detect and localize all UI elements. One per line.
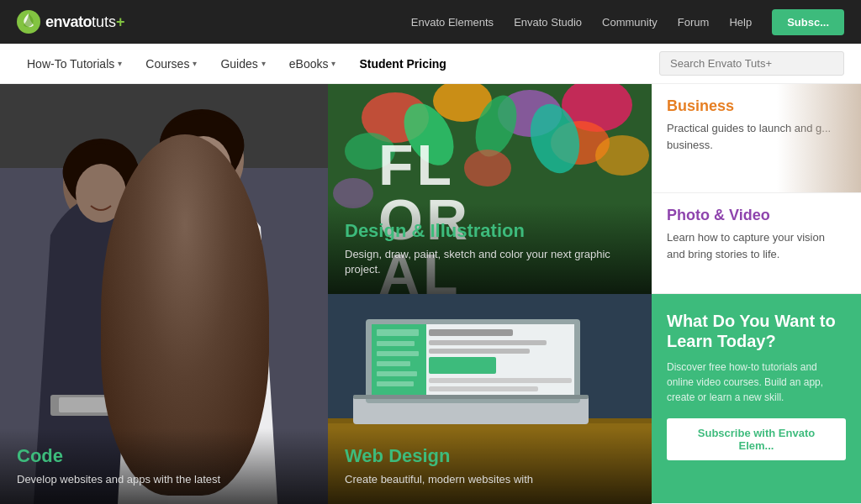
nav-ebooks[interactable]: eBooks ▾ (279, 44, 346, 83)
svg-rect-12 (59, 397, 244, 412)
svg-rect-42 (377, 329, 419, 336)
top-navigation: Envato Elements Envato Studio Community … (411, 9, 844, 35)
svg-rect-43 (377, 341, 415, 346)
code-section[interactable]: Code Develop websites and apps with the … (0, 84, 328, 504)
svg-rect-45 (377, 361, 410, 366)
svg-rect-46 (377, 371, 417, 376)
webdesign-overlay: Web Design Create beautiful, modern webs… (328, 428, 652, 504)
nav-howto-tutorials[interactable]: How-To Tutorials ▾ (17, 44, 132, 83)
svg-point-26 (464, 150, 511, 186)
svg-rect-37 (429, 340, 547, 345)
nav-forum[interactable]: Forum (678, 16, 710, 29)
design-title: Design & Illustration (345, 220, 635, 242)
webdesign-description: Create beautiful, modern websites with (345, 472, 635, 487)
nav-guides[interactable]: Guides ▾ (210, 44, 275, 83)
logo-tuts-text: tuts (92, 13, 116, 31)
design-section[interactable]: FL OR AL Design & Illustration Design, d… (328, 84, 652, 294)
svg-rect-41 (429, 386, 538, 391)
webdesign-title: Web Design (345, 445, 635, 467)
cta-section: What Do You Want to Learn Today? Discove… (652, 294, 861, 504)
svg-rect-48 (353, 395, 589, 399)
nav-help[interactable]: Help (729, 16, 752, 29)
svg-point-9 (176, 136, 231, 200)
search-input[interactable] (670, 57, 833, 70)
svg-rect-36 (429, 329, 513, 336)
photo-title: Photo & Video (667, 207, 846, 224)
nav-envato-elements[interactable]: Envato Elements (411, 16, 494, 29)
design-description: Design, draw, paint, sketch and color yo… (345, 247, 635, 277)
logo[interactable]: envatotuts+ (17, 10, 125, 34)
code-description: Develop websites and apps with the lates… (17, 472, 311, 487)
top-header: envatotuts+ Envato Elements Envato Studi… (0, 0, 861, 44)
code-overlay: Code Develop websites and apps with the … (0, 428, 328, 504)
svg-point-27 (595, 135, 649, 176)
nav-community[interactable]: Community (602, 16, 658, 29)
svg-rect-40 (429, 378, 572, 383)
svg-point-8 (76, 164, 126, 223)
ebooks-dropdown-icon: ▾ (331, 59, 335, 68)
logo-plus-text: + (116, 13, 125, 31)
content-grid: Code Develop websites and apps with the … (0, 84, 861, 504)
nav-envato-studio[interactable]: Envato Studio (514, 16, 582, 29)
svg-rect-3 (151, 185, 219, 311)
cta-subscribe-button[interactable]: Subscribe with Envato Elem... (667, 418, 846, 460)
cta-description: Discover free how-to tutorials and onlin… (667, 360, 846, 405)
nav-student-pricing[interactable]: Student Pricing (349, 44, 456, 83)
design-overlay: Design & Illustration Design, draw, pain… (328, 203, 652, 294)
right-sidebar: Business Practical guides to launch and … (652, 84, 861, 504)
secondary-navigation: How-To Tutorials ▾ Courses ▾ Guides ▾ eB… (0, 44, 861, 84)
svg-rect-47 (377, 381, 414, 386)
cta-title: What Do You Want to Learn Today? (667, 311, 846, 351)
nav-courses[interactable]: Courses ▾ (135, 44, 207, 83)
webdesign-section[interactable]: Web Design Create beautiful, modern webs… (328, 294, 652, 504)
svg-rect-39 (429, 357, 496, 374)
business-section[interactable]: Business Practical guides to launch and … (652, 84, 861, 193)
svg-rect-44 (377, 351, 419, 356)
business-background (777, 84, 861, 192)
courses-dropdown-icon: ▾ (193, 59, 197, 68)
guides-dropdown-icon: ▾ (261, 59, 266, 68)
howto-dropdown-icon: ▾ (118, 59, 122, 68)
search-box[interactable] (659, 51, 844, 76)
subscribe-button[interactable]: Subsc... (772, 9, 844, 35)
photo-description: Learn how to capture your vision and bri… (667, 229, 846, 262)
logo-envato-text: envato (45, 13, 92, 31)
svg-rect-38 (429, 349, 530, 354)
photo-section[interactable]: Photo & Video Learn how to capture your … (652, 193, 861, 294)
envato-logo-icon (17, 10, 40, 34)
code-title: Code (17, 445, 311, 467)
